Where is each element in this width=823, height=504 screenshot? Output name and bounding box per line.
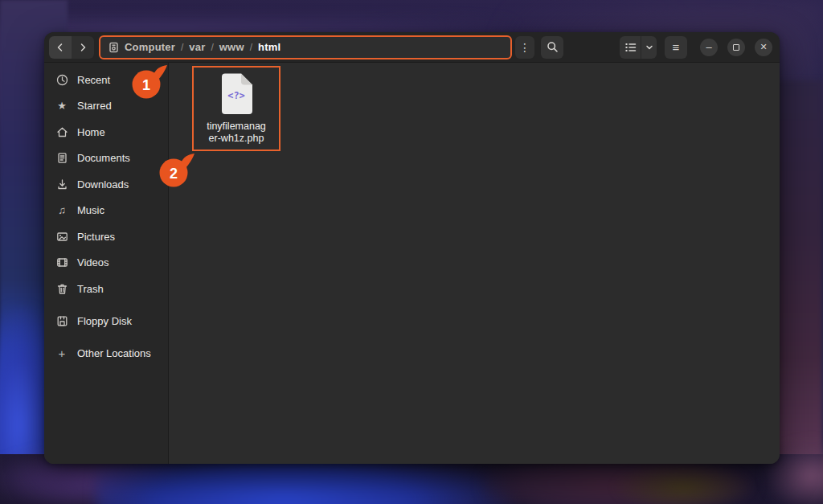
kebab-icon: ⋮ bbox=[519, 41, 530, 54]
floppy-disk-icon bbox=[55, 314, 68, 327]
breadcrumb-var[interactable]: var bbox=[189, 41, 205, 53]
maximize-icon bbox=[733, 44, 739, 51]
code-glyph: <?> bbox=[227, 90, 245, 101]
download-icon bbox=[55, 178, 68, 191]
breadcrumb-separator: / bbox=[250, 42, 252, 53]
php-file-icon: <?> bbox=[218, 72, 255, 116]
close-icon: ✕ bbox=[760, 42, 767, 52]
sidebar-item-starred[interactable]: ★ Starred bbox=[49, 94, 163, 118]
sidebar-item-label: Floppy Disk bbox=[77, 315, 132, 327]
sidebar-item-label: Documents bbox=[77, 152, 130, 164]
history-nav-group bbox=[49, 36, 94, 59]
sidebar-item-label: Trash bbox=[77, 283, 104, 295]
home-icon bbox=[55, 125, 68, 138]
sidebar-item-floppy-disk[interactable]: Floppy Disk bbox=[49, 309, 163, 333]
sidebar-item-label: Videos bbox=[77, 256, 109, 268]
search-icon bbox=[547, 41, 559, 53]
breadcrumb-html-current: html bbox=[258, 41, 280, 53]
list-view-button[interactable] bbox=[620, 36, 641, 59]
sidebar-item-home[interactable]: Home bbox=[49, 120, 163, 144]
breadcrumb-separator: / bbox=[181, 42, 183, 53]
document-icon bbox=[55, 152, 68, 165]
sidebar-item-recent[interactable]: Recent bbox=[49, 68, 163, 92]
star-icon: ★ bbox=[55, 100, 68, 113]
path-bar[interactable]: Computer / var / www / html bbox=[99, 35, 512, 59]
sidebar-item-videos[interactable]: Videos bbox=[49, 251, 163, 275]
sidebar-item-documents[interactable]: Documents bbox=[49, 146, 163, 170]
sidebar-item-label: Music bbox=[77, 204, 104, 216]
sidebar-item-label: Downloads bbox=[77, 178, 129, 191]
sidebar-item-label: Starred bbox=[77, 100, 112, 112]
annotation-highlight-file: <?> tinyfilemanag er-wh1z.php bbox=[192, 66, 280, 151]
chevron-down-icon bbox=[645, 43, 654, 52]
sidebar-item-label: Home bbox=[77, 126, 105, 138]
close-button[interactable]: ✕ bbox=[755, 39, 772, 56]
minimize-button[interactable]: – bbox=[700, 39, 718, 56]
sidebar-item-label: Other Locations bbox=[77, 347, 151, 359]
folder-view: <?> tinyfilemanag er-wh1z.php bbox=[169, 63, 780, 464]
list-view-icon bbox=[624, 42, 637, 53]
sidebar-item-label: Pictures bbox=[77, 231, 115, 243]
main-menu-button[interactable]: ≡ bbox=[665, 36, 687, 59]
back-button[interactable] bbox=[49, 36, 72, 59]
breadcrumb-separator: / bbox=[211, 42, 213, 53]
file-item-tinyfilemanager[interactable]: <?> tinyfilemanag er-wh1z.php bbox=[194, 71, 279, 145]
chevron-left-icon bbox=[55, 42, 66, 53]
places-sidebar: Recent ★ Starred Home Documents bbox=[44, 63, 169, 464]
sidebar-item-trash[interactable]: Trash bbox=[49, 277, 163, 301]
music-note-icon: ♫ bbox=[55, 204, 68, 217]
headerbar: Computer / var / www / html ⋮ bbox=[44, 32, 780, 63]
plus-icon: + bbox=[55, 346, 68, 359]
window-body: Recent ★ Starred Home Documents bbox=[44, 63, 780, 464]
film-icon bbox=[55, 256, 68, 269]
forward-button[interactable] bbox=[72, 36, 94, 59]
hamburger-icon: ≡ bbox=[673, 40, 680, 54]
sidebar-item-label: Recent bbox=[77, 74, 110, 86]
picture-icon bbox=[55, 230, 68, 243]
file-manager-window: Computer / var / www / html ⋮ bbox=[44, 32, 780, 464]
sidebar-item-downloads[interactable]: Downloads bbox=[49, 172, 163, 196]
sidebar-item-pictures[interactable]: Pictures bbox=[49, 224, 163, 248]
wallpaper-bottom-rocks bbox=[611, 461, 755, 504]
sidebar-item-music[interactable]: ♫ Music bbox=[49, 199, 163, 223]
view-options-expander[interactable] bbox=[641, 36, 657, 59]
minimize-icon: – bbox=[706, 41, 711, 53]
path-options-button[interactable]: ⋮ bbox=[515, 36, 534, 59]
maximize-button[interactable] bbox=[727, 39, 745, 56]
breadcrumb-www[interactable]: www bbox=[219, 41, 244, 53]
sidebar-item-other-locations[interactable]: + Other Locations bbox=[49, 341, 163, 365]
file-name-label: tinyfilemanag er-wh1z.php bbox=[207, 121, 266, 145]
view-toggle-group bbox=[620, 36, 657, 59]
breadcrumb-computer[interactable]: Computer bbox=[125, 41, 175, 53]
clock-icon bbox=[55, 73, 68, 86]
computer-icon bbox=[109, 42, 119, 53]
search-button[interactable] bbox=[541, 36, 563, 59]
trash-icon bbox=[55, 282, 68, 295]
chevron-right-icon bbox=[77, 42, 88, 53]
